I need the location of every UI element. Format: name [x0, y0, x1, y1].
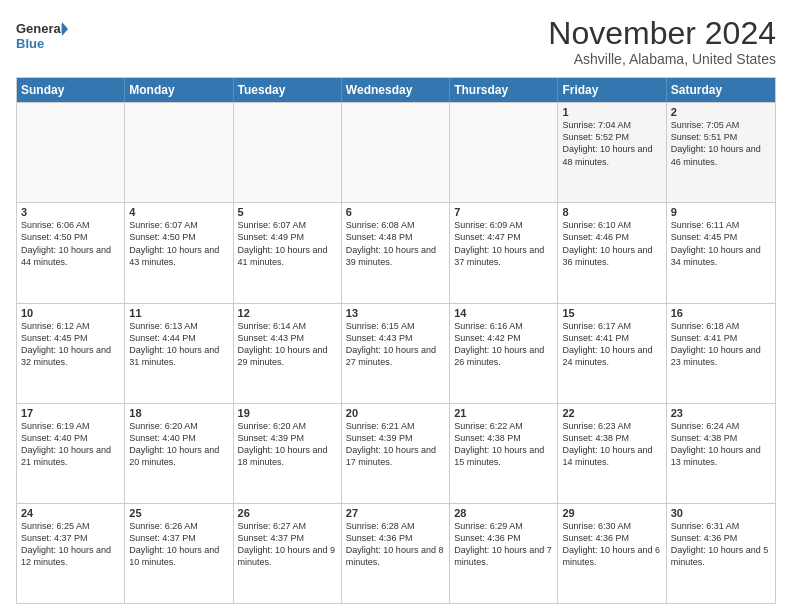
day-cell-23: 23Sunrise: 6:24 AM Sunset: 4:38 PM Dayli… [667, 404, 775, 503]
day-cell-6: 6Sunrise: 6:08 AM Sunset: 4:48 PM Daylig… [342, 203, 450, 302]
header-cell-wednesday: Wednesday [342, 78, 450, 102]
day-cell-20: 20Sunrise: 6:21 AM Sunset: 4:39 PM Dayli… [342, 404, 450, 503]
day-number: 30 [671, 507, 771, 519]
svg-text:General: General [16, 21, 64, 36]
day-number: 27 [346, 507, 445, 519]
day-info: Sunrise: 6:25 AM Sunset: 4:37 PM Dayligh… [21, 520, 120, 569]
calendar-row-4: 17Sunrise: 6:19 AM Sunset: 4:40 PM Dayli… [17, 403, 775, 503]
day-number: 20 [346, 407, 445, 419]
day-number: 3 [21, 206, 120, 218]
day-cell-25: 25Sunrise: 6:26 AM Sunset: 4:37 PM Dayli… [125, 504, 233, 603]
day-number: 10 [21, 307, 120, 319]
day-cell-11: 11Sunrise: 6:13 AM Sunset: 4:44 PM Dayli… [125, 304, 233, 403]
day-number: 7 [454, 206, 553, 218]
day-info: Sunrise: 7:05 AM Sunset: 5:51 PM Dayligh… [671, 119, 771, 168]
day-info: Sunrise: 6:10 AM Sunset: 4:46 PM Dayligh… [562, 219, 661, 268]
header-cell-monday: Monday [125, 78, 233, 102]
day-cell-10: 10Sunrise: 6:12 AM Sunset: 4:45 PM Dayli… [17, 304, 125, 403]
day-number: 5 [238, 206, 337, 218]
day-cell-19: 19Sunrise: 6:20 AM Sunset: 4:39 PM Dayli… [234, 404, 342, 503]
day-number: 22 [562, 407, 661, 419]
day-number: 11 [129, 307, 228, 319]
day-info: Sunrise: 6:09 AM Sunset: 4:47 PM Dayligh… [454, 219, 553, 268]
day-cell-28: 28Sunrise: 6:29 AM Sunset: 4:36 PM Dayli… [450, 504, 558, 603]
main-title: November 2024 [548, 16, 776, 51]
title-block: November 2024 Ashville, Alabama, United … [548, 16, 776, 67]
header-cell-saturday: Saturday [667, 78, 775, 102]
day-cell-18: 18Sunrise: 6:20 AM Sunset: 4:40 PM Dayli… [125, 404, 233, 503]
day-number: 14 [454, 307, 553, 319]
day-info: Sunrise: 6:27 AM Sunset: 4:37 PM Dayligh… [238, 520, 337, 569]
day-cell-14: 14Sunrise: 6:16 AM Sunset: 4:42 PM Dayli… [450, 304, 558, 403]
day-cell-7: 7Sunrise: 6:09 AM Sunset: 4:47 PM Daylig… [450, 203, 558, 302]
day-info: Sunrise: 6:30 AM Sunset: 4:36 PM Dayligh… [562, 520, 661, 569]
day-info: Sunrise: 6:11 AM Sunset: 4:45 PM Dayligh… [671, 219, 771, 268]
day-info: Sunrise: 6:07 AM Sunset: 4:50 PM Dayligh… [129, 219, 228, 268]
page: General Blue November 2024 Ashville, Ala… [0, 0, 792, 612]
day-number: 23 [671, 407, 771, 419]
day-info: Sunrise: 6:19 AM Sunset: 4:40 PM Dayligh… [21, 420, 120, 469]
day-number: 16 [671, 307, 771, 319]
day-number: 2 [671, 106, 771, 118]
day-cell-2: 2Sunrise: 7:05 AM Sunset: 5:51 PM Daylig… [667, 103, 775, 202]
day-cell-21: 21Sunrise: 6:22 AM Sunset: 4:38 PM Dayli… [450, 404, 558, 503]
calendar-row-1: 1Sunrise: 7:04 AM Sunset: 5:52 PM Daylig… [17, 102, 775, 202]
empty-cell-0-0 [17, 103, 125, 202]
day-number: 9 [671, 206, 771, 218]
day-number: 13 [346, 307, 445, 319]
day-cell-16: 16Sunrise: 6:18 AM Sunset: 4:41 PM Dayli… [667, 304, 775, 403]
day-number: 29 [562, 507, 661, 519]
day-info: Sunrise: 6:06 AM Sunset: 4:50 PM Dayligh… [21, 219, 120, 268]
day-cell-17: 17Sunrise: 6:19 AM Sunset: 4:40 PM Dayli… [17, 404, 125, 503]
day-cell-12: 12Sunrise: 6:14 AM Sunset: 4:43 PM Dayli… [234, 304, 342, 403]
day-info: Sunrise: 6:28 AM Sunset: 4:36 PM Dayligh… [346, 520, 445, 569]
day-number: 8 [562, 206, 661, 218]
day-cell-5: 5Sunrise: 6:07 AM Sunset: 4:49 PM Daylig… [234, 203, 342, 302]
empty-cell-0-4 [450, 103, 558, 202]
day-number: 4 [129, 206, 228, 218]
calendar-row-5: 24Sunrise: 6:25 AM Sunset: 4:37 PM Dayli… [17, 503, 775, 603]
logo-icon: General Blue [16, 16, 68, 56]
day-info: Sunrise: 6:12 AM Sunset: 4:45 PM Dayligh… [21, 320, 120, 369]
day-number: 28 [454, 507, 553, 519]
day-number: 6 [346, 206, 445, 218]
day-info: Sunrise: 6:07 AM Sunset: 4:49 PM Dayligh… [238, 219, 337, 268]
day-number: 19 [238, 407, 337, 419]
day-cell-22: 22Sunrise: 6:23 AM Sunset: 4:38 PM Dayli… [558, 404, 666, 503]
svg-marker-2 [62, 22, 68, 36]
empty-cell-0-2 [234, 103, 342, 202]
day-info: Sunrise: 6:20 AM Sunset: 4:40 PM Dayligh… [129, 420, 228, 469]
day-info: Sunrise: 6:31 AM Sunset: 4:36 PM Dayligh… [671, 520, 771, 569]
day-info: Sunrise: 6:22 AM Sunset: 4:38 PM Dayligh… [454, 420, 553, 469]
day-info: Sunrise: 6:15 AM Sunset: 4:43 PM Dayligh… [346, 320, 445, 369]
day-info: Sunrise: 6:16 AM Sunset: 4:42 PM Dayligh… [454, 320, 553, 369]
day-info: Sunrise: 6:26 AM Sunset: 4:37 PM Dayligh… [129, 520, 228, 569]
day-number: 26 [238, 507, 337, 519]
day-number: 15 [562, 307, 661, 319]
day-cell-30: 30Sunrise: 6:31 AM Sunset: 4:36 PM Dayli… [667, 504, 775, 603]
day-info: Sunrise: 6:18 AM Sunset: 4:41 PM Dayligh… [671, 320, 771, 369]
header-cell-friday: Friday [558, 78, 666, 102]
header-cell-thursday: Thursday [450, 78, 558, 102]
day-cell-4: 4Sunrise: 6:07 AM Sunset: 4:50 PM Daylig… [125, 203, 233, 302]
day-number: 25 [129, 507, 228, 519]
logo: General Blue [16, 16, 68, 56]
day-cell-9: 9Sunrise: 6:11 AM Sunset: 4:45 PM Daylig… [667, 203, 775, 302]
day-cell-13: 13Sunrise: 6:15 AM Sunset: 4:43 PM Dayli… [342, 304, 450, 403]
day-number: 24 [21, 507, 120, 519]
calendar-body: 1Sunrise: 7:04 AM Sunset: 5:52 PM Daylig… [17, 102, 775, 603]
header: General Blue November 2024 Ashville, Ala… [16, 16, 776, 67]
day-info: Sunrise: 6:29 AM Sunset: 4:36 PM Dayligh… [454, 520, 553, 569]
day-number: 21 [454, 407, 553, 419]
day-number: 18 [129, 407, 228, 419]
day-cell-1: 1Sunrise: 7:04 AM Sunset: 5:52 PM Daylig… [558, 103, 666, 202]
day-cell-3: 3Sunrise: 6:06 AM Sunset: 4:50 PM Daylig… [17, 203, 125, 302]
calendar-header-row: SundayMondayTuesdayWednesdayThursdayFrid… [17, 78, 775, 102]
day-cell-15: 15Sunrise: 6:17 AM Sunset: 4:41 PM Dayli… [558, 304, 666, 403]
svg-text:Blue: Blue [16, 36, 44, 51]
day-info: Sunrise: 6:24 AM Sunset: 4:38 PM Dayligh… [671, 420, 771, 469]
empty-cell-0-1 [125, 103, 233, 202]
day-info: Sunrise: 6:17 AM Sunset: 4:41 PM Dayligh… [562, 320, 661, 369]
calendar-row-3: 10Sunrise: 6:12 AM Sunset: 4:45 PM Dayli… [17, 303, 775, 403]
day-info: Sunrise: 6:13 AM Sunset: 4:44 PM Dayligh… [129, 320, 228, 369]
